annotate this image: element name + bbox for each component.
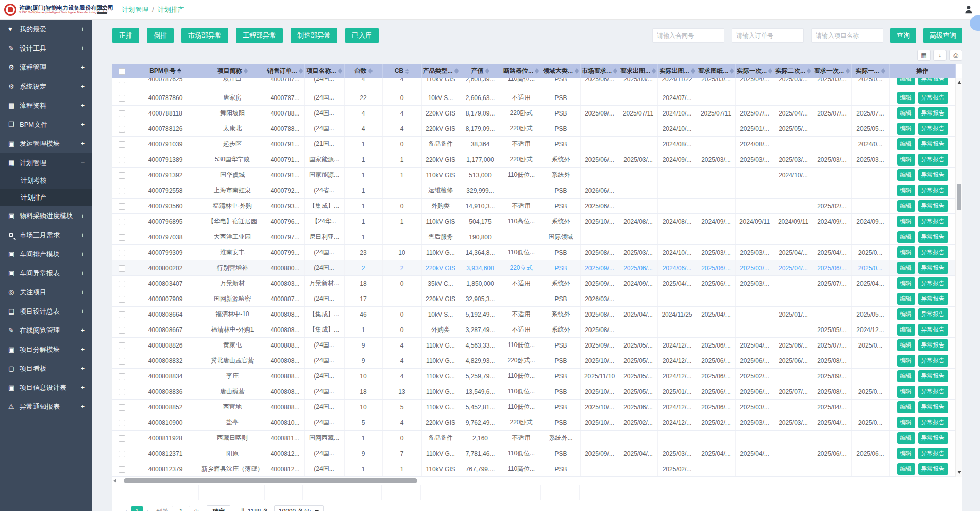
edit-button[interactable]: 编辑 [897,107,915,119]
sort-carets-icon[interactable] [575,68,579,74]
expand-icon[interactable]: + [81,26,85,33]
row-checkbox[interactable] [119,110,125,117]
user-avatar-icon[interactable] [964,4,974,14]
sort-carets-icon[interactable] [454,68,459,74]
abnormal-report-button[interactable]: 异常报告 [918,200,948,212]
abnormal-report-button[interactable]: 异常报告 [918,123,948,135]
sort-carets-icon[interactable] [652,68,656,74]
column-header-10[interactable]: 市场要求... [580,64,619,78]
expand-icon[interactable]: + [81,102,85,109]
sidebar-item-7[interactable]: ▦计划管理− [0,153,92,172]
sidebar-item-12[interactable]: ◎关注项目+ [0,283,92,302]
edit-button[interactable]: 编辑 [897,277,915,289]
abnormal-report-button[interactable]: 异常报告 [918,246,948,258]
row-checkbox[interactable] [119,219,125,225]
sort-carets-icon[interactable] [768,68,772,74]
expand-icon[interactable]: + [81,384,85,391]
row-checkbox[interactable] [119,78,125,83]
row-checkbox[interactable] [119,389,125,395]
edit-button[interactable]: 编辑 [897,355,915,367]
row-checkbox[interactable] [119,327,125,334]
goto-confirm-button[interactable]: 确定 [207,505,230,511]
next-page-button[interactable]: › [147,507,149,511]
filter-button-0[interactable]: 正排 [112,28,139,43]
row-checkbox[interactable] [119,358,125,365]
abnormal-report-button[interactable]: 异常报告 [918,154,948,166]
filter-button-2[interactable]: 市场部异常 [181,28,228,43]
page-size-select[interactable]: 10000 条/页 [274,505,324,511]
abnormal-report-button[interactable]: 异常报告 [918,355,948,367]
sidebar-item-10[interactable]: ▣车间排产模块+ [0,244,92,263]
edit-button[interactable]: 编辑 [897,92,915,104]
sort-carets-icon[interactable] [177,68,181,74]
sort-carets-icon[interactable] [535,68,539,74]
edit-button[interactable]: 编辑 [897,216,915,227]
column-header-14[interactable]: 实际一次... [735,64,774,78]
sidebar-item-8[interactable]: ▣物料采购进度模块+ [0,206,92,225]
edit-button[interactable]: 编辑 [897,308,915,320]
print-icon[interactable]: ⎙ [949,50,962,61]
abnormal-report-button[interactable]: 异常报告 [918,448,948,459]
column-header-1[interactable]: 项目简称 [199,64,266,78]
edit-button[interactable]: 编辑 [897,448,915,459]
sidebar-item-3[interactable]: ⚙系统设定+ [0,77,92,96]
expand-icon[interactable]: + [81,251,85,258]
sort-carets-icon[interactable] [613,68,617,74]
row-checkbox[interactable] [119,234,125,241]
goto-page-input[interactable] [172,506,190,511]
abnormal-report-button[interactable]: 异常报告 [918,277,948,289]
edit-button[interactable]: 编辑 [897,138,915,150]
edit-button[interactable]: 编辑 [897,432,915,444]
sidebar-item-18[interactable]: ⚠异常通知报表+ [0,397,92,416]
horizontal-scrollbar-thumb[interactable] [124,478,417,483]
abnormal-report-button[interactable]: 异常报告 [918,293,948,305]
sort-carets-icon[interactable] [244,68,248,74]
expand-icon[interactable]: + [81,45,85,52]
column-header-5[interactable]: CB [382,64,421,78]
row-checkbox[interactable] [119,296,125,303]
query-button[interactable]: 查询 [890,28,916,43]
expand-icon[interactable]: + [81,365,85,372]
project-name-input[interactable] [811,28,883,43]
abnormal-report-button[interactable]: 异常报告 [918,386,948,398]
row-checkbox[interactable] [119,420,125,426]
abnormal-report-button[interactable]: 异常报告 [918,401,948,413]
contract-number-input[interactable] [652,28,724,43]
row-checkbox[interactable] [119,172,125,179]
row-checkbox[interactable] [119,451,125,457]
filter-button-5[interactable]: 已入库 [345,28,379,43]
expand-icon[interactable]: + [81,83,85,90]
breadcrumb-parent[interactable]: 计划管理 [122,6,148,13]
column-header-2[interactable]: 销售订单... [266,64,304,78]
row-checkbox[interactable] [119,95,125,102]
expand-icon[interactable]: + [81,232,85,239]
expand-icon[interactable]: + [81,403,85,410]
abnormal-report-button[interactable]: 异常报告 [918,417,948,428]
edit-button[interactable]: 编辑 [897,339,915,351]
filter-button-4[interactable]: 制造部异常 [291,28,337,43]
sidebar-item-11[interactable]: ▣车间异常报表+ [0,263,92,283]
sort-carets-icon[interactable] [368,68,373,74]
row-checkbox[interactable] [119,404,125,411]
grid-columns-icon[interactable]: ▦ [917,50,931,61]
row-checkbox[interactable] [119,373,125,380]
sort-carets-icon[interactable] [807,68,811,74]
edit-button[interactable]: 编辑 [897,123,915,135]
abnormal-report-button[interactable]: 异常报告 [918,463,948,475]
edit-button[interactable]: 编辑 [897,78,915,85]
edit-button[interactable]: 编辑 [897,231,915,243]
sort-carets-icon[interactable] [338,68,342,74]
column-header-7[interactable]: 产值 [460,64,501,78]
sidebar-item-13[interactable]: ▤项目设计总表+ [0,302,92,321]
row-checkbox[interactable] [119,188,125,194]
scroll-up-arrow-icon[interactable] [957,81,961,84]
edit-button[interactable]: 编辑 [897,463,915,475]
abnormal-report-button[interactable]: 异常报告 [918,324,948,336]
sort-carets-icon[interactable] [691,68,695,74]
sidebar-subitem-计划考核[interactable]: 计划考核 [0,172,92,189]
edit-button[interactable]: 编辑 [897,246,915,258]
expand-icon[interactable]: + [81,346,85,353]
abnormal-report-button[interactable]: 异常报告 [918,169,948,181]
column-header-11[interactable]: 要求出图... [619,64,657,78]
column-header-8[interactable]: 断路器位... [501,64,542,78]
